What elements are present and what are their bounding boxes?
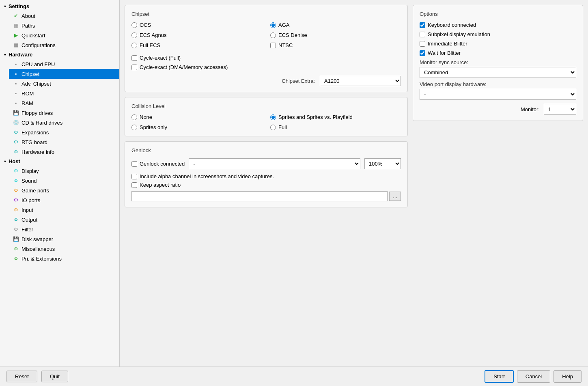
checkbox-keyboard-input[interactable]: [420, 22, 425, 28]
sidebar-item-paths[interactable]: ▦ Paths: [9, 21, 119, 30]
video-port-label: Video port display hardware:: [420, 81, 576, 87]
monitor-sync-label: Monitor sync source:: [420, 59, 576, 65]
checkbox-cycle-dma[interactable]: Cycle-exact (DMA/Memory accesses): [131, 64, 401, 70]
options-panel: Options Keyboard connected Subpixel disp…: [413, 5, 583, 121]
radio-full-ecs[interactable]: Full ECS: [131, 42, 262, 48]
sidebar-item-ram[interactable]: ▪ RAM: [9, 98, 119, 108]
sidebar-group-settings[interactable]: ▼ Settings: [0, 2, 119, 11]
checkbox-wait-blitter[interactable]: Wait for Blitter: [420, 50, 576, 56]
radio-sprites-and-sprites-input[interactable]: [270, 114, 276, 120]
start-button[interactable]: Start: [485, 370, 513, 383]
options-title: Options: [420, 11, 576, 17]
genlock-alpha-checkbox[interactable]: Include alpha channel in screenshots and…: [131, 173, 274, 179]
checkbox-wait-blitter-input[interactable]: [420, 50, 425, 56]
sidebar-item-about[interactable]: ✔ About: [9, 11, 119, 21]
sidebar-group-host[interactable]: ▼ Host: [0, 157, 119, 166]
display-icon: ⚙: [12, 167, 19, 175]
collision-grid: None Sprites and Sprites vs. Playfield S…: [131, 114, 401, 130]
sidebar-item-miscellaneous[interactable]: ⚙ Miscellaneous: [9, 244, 119, 254]
sidebar-group-hardware[interactable]: ▼ Hardware: [0, 50, 119, 59]
checkbox-cycle-dma-input[interactable]: [131, 65, 137, 70]
monitor-sync-select[interactable]: Combined Internal External: [420, 67, 576, 78]
checkbox-keyboard-label: Keyboard connected: [428, 22, 476, 28]
checkbox-keyboard-connected[interactable]: Keyboard connected: [420, 22, 576, 28]
sidebar-item-floppy-label: Floppy drives: [22, 110, 53, 116]
monitor-select[interactable]: 1 2: [544, 104, 576, 115]
radio-sprites-and-sprites-label: Sprites and Sprites vs. Playfield: [278, 114, 353, 120]
genlock-alpha-input[interactable]: [131, 174, 137, 179]
sidebar-item-rtg[interactable]: ⚙ RTG board: [9, 137, 119, 147]
radio-full[interactable]: Full: [270, 124, 401, 130]
checkbox-immediate-blitter-input[interactable]: [420, 41, 425, 47]
checkbox-cycle-full-label: Cycle-exact (Full): [140, 55, 181, 61]
radio-sprites-only[interactable]: Sprites only: [131, 124, 262, 130]
radio-ecs-agnus-input[interactable]: [131, 32, 137, 38]
radio-ecs-denise-input[interactable]: [270, 32, 276, 38]
chipset-extra-select[interactable]: A1200 A500 A600 A4000: [320, 76, 401, 86]
checkbox-cycle-full-input[interactable]: [131, 55, 137, 61]
sidebar-item-floppy[interactable]: 💾 Floppy drives: [9, 108, 119, 118]
sidebar-item-quickstart[interactable]: ▶ Quickstart: [9, 30, 119, 40]
cycle-exact-row: Cycle-exact (Full) Cycle-exact (DMA/Memo…: [131, 55, 401, 70]
sidebar-item-expansions[interactable]: ⚙ Expansions: [9, 127, 119, 137]
quit-button[interactable]: Quit: [41, 371, 68, 382]
genlock-connected-checkbox[interactable]: Genlock connected: [131, 161, 185, 167]
genlock-aspect-input[interactable]: [131, 182, 137, 188]
radio-ecs-denise[interactable]: ECS Denise: [270, 32, 401, 38]
sidebar-item-disk-swapper[interactable]: 💾 Disk swapper: [9, 234, 119, 244]
radio-full-input[interactable]: [270, 125, 276, 130]
sidebar-item-cd-hard[interactable]: 💿 CD & Hard drives: [9, 118, 119, 127]
sidebar-item-cpu-fpu[interactable]: ▪ CPU and FPU: [9, 59, 119, 69]
genlock-browse-button[interactable]: ...: [389, 192, 401, 201]
checkbox-cycle-full[interactable]: Cycle-exact (Full): [131, 55, 401, 61]
genlock-path-input[interactable]: [131, 191, 388, 201]
checkbox-immediate-blitter-label: Immediate Blitter: [428, 41, 467, 47]
sidebar-item-rom[interactable]: ▪ ROM: [9, 88, 119, 98]
checkbox-ntsc-input[interactable]: [270, 43, 276, 48]
radio-ocs-label: OCS: [140, 22, 151, 28]
sidebar-item-filter-label: Filter: [22, 226, 33, 233]
sidebar-item-input[interactable]: ⚙ Input: [9, 205, 119, 215]
radio-aga[interactable]: AGA: [270, 22, 401, 28]
radio-ocs-input[interactable]: [131, 22, 137, 28]
sidebar-item-game-ports-label: Game ports: [22, 188, 49, 194]
sidebar-item-output[interactable]: ⚙ Output: [9, 215, 119, 224]
sidebar-item-configurations[interactable]: ▦ Configurations: [9, 40, 119, 50]
radio-ecs-agnus[interactable]: ECS Agnus: [131, 32, 262, 38]
radio-none[interactable]: None: [131, 114, 262, 120]
radio-full-ecs-input[interactable]: [131, 43, 137, 48]
content-right: Options Keyboard connected Subpixel disp…: [413, 5, 583, 362]
monitor-label: Monitor:: [521, 106, 540, 112]
genlock-aspect-checkbox[interactable]: Keep aspect ratio: [131, 182, 181, 188]
radio-none-input[interactable]: [131, 114, 137, 120]
sidebar-item-io-ports[interactable]: ⚙ IO ports: [9, 195, 119, 205]
sidebar-item-game-ports[interactable]: ⚙ Game ports: [9, 185, 119, 195]
sidebar-item-filter[interactable]: ⚙ Filter: [9, 224, 119, 234]
radio-aga-input[interactable]: [270, 22, 276, 28]
cancel-button[interactable]: Cancel: [517, 370, 550, 383]
checkbox-subpixel[interactable]: Subpixel display emulation: [420, 31, 576, 37]
genlock-dropdown[interactable]: -: [189, 158, 360, 169]
sidebar-item-chipset[interactable]: ▪ Chipset: [9, 69, 119, 79]
checkbox-ntsc[interactable]: NTSC: [270, 42, 401, 48]
radio-sprites-and-sprites[interactable]: Sprites and Sprites vs. Playfield: [270, 114, 401, 120]
checkbox-subpixel-input[interactable]: [420, 32, 425, 37]
sidebar-item-adv-chipset[interactable]: ▪ Adv. Chipset: [9, 79, 119, 88]
reset-button[interactable]: Reset: [6, 371, 37, 382]
sidebar-item-input-label: Input: [22, 207, 33, 213]
genlock-connected-input[interactable]: [131, 161, 137, 167]
radio-sprites-only-input[interactable]: [131, 125, 137, 130]
triangle-icon: ▼: [3, 4, 7, 9]
sidebar-item-hardware-info[interactable]: ⚙ Hardware info: [9, 147, 119, 157]
chipset-extra-label: Chipset Extra:: [282, 78, 315, 84]
video-port-select[interactable]: -: [420, 89, 576, 100]
help-button[interactable]: Help: [554, 370, 582, 383]
collision-panel: Collision Level None Sprites and Sprites…: [125, 97, 408, 136]
radio-ocs[interactable]: OCS: [131, 22, 262, 28]
genlock-percent-select[interactable]: 100% 75% 50% 25%: [364, 158, 401, 169]
sidebar-item-sound[interactable]: ⚙ Sound: [9, 176, 119, 185]
footer-right: Start Cancel Help: [485, 370, 582, 383]
checkbox-immediate-blitter[interactable]: Immediate Blitter: [420, 41, 576, 47]
sidebar-item-display[interactable]: ⚙ Display: [9, 166, 119, 176]
sidebar-item-pri-extensions[interactable]: ⚙ Pri. & Extensions: [9, 254, 119, 263]
